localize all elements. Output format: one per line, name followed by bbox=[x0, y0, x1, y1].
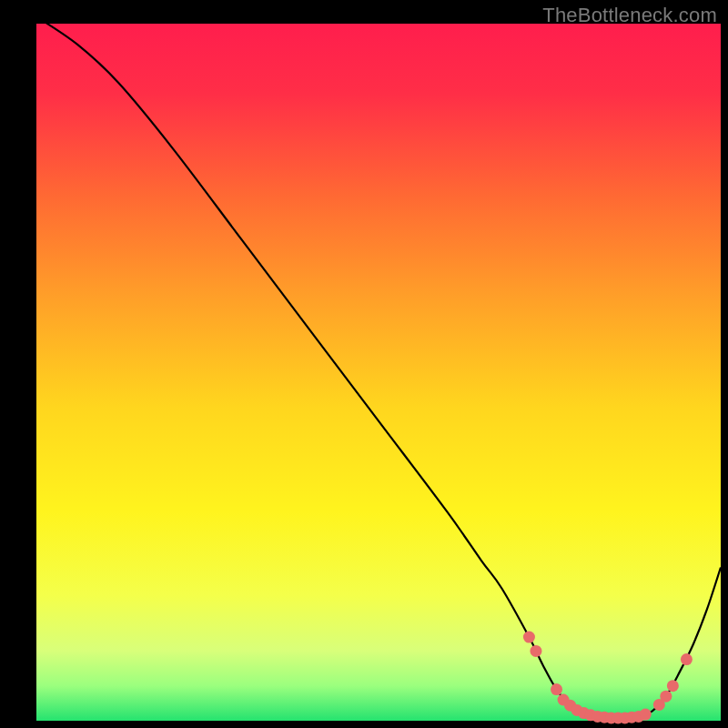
bottleneck-marker bbox=[667, 680, 679, 692]
bottleneck-marker bbox=[640, 709, 652, 721]
bottleneck-marker bbox=[530, 645, 541, 657]
bottleneck-marker bbox=[660, 691, 672, 703]
bottleneck-marker bbox=[523, 632, 535, 643]
gradient-background bbox=[36, 24, 721, 721]
plot-area bbox=[36, 24, 721, 721]
bottleneck-marker bbox=[681, 653, 693, 665]
bottleneck-marker bbox=[551, 683, 562, 695]
chart-root: TheBottleneck.com bbox=[0, 0, 728, 728]
chart-svg bbox=[36, 24, 721, 721]
